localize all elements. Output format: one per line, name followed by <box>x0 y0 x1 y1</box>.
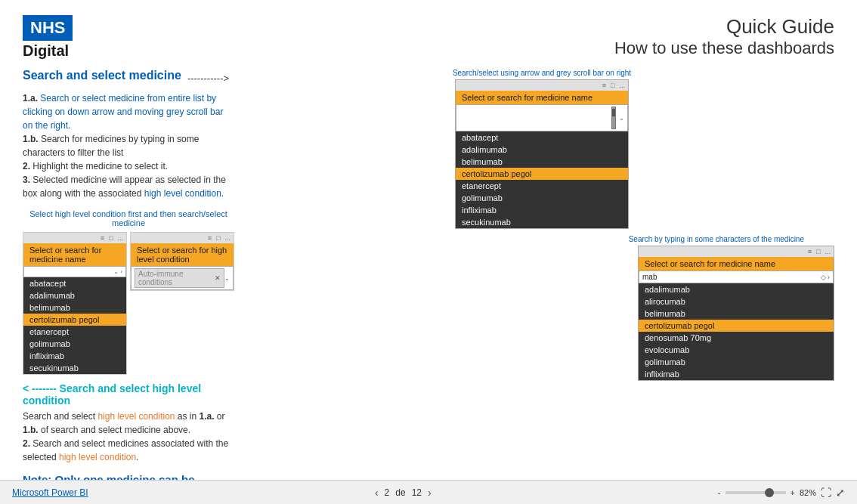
note-title: Note: Only one medicine can be selected … <box>23 473 234 480</box>
zoom-plus-button[interactable]: + <box>790 488 795 497</box>
list-item[interactable]: golimumab <box>639 356 834 368</box>
right-mock2-input[interactable]: mab ◇ › <box>639 271 834 283</box>
medicine-list-left: abatacept adalimumab belimumab certolizu… <box>23 277 126 374</box>
page-total: 12 <box>412 487 422 498</box>
nhs-logo: NHS Digital <box>23 15 73 60</box>
search-medicine-title: Search and select medicine <box>23 69 181 82</box>
right-mock2-title: Select or search for medicine name <box>639 257 834 271</box>
list-item[interactable]: belimumab <box>23 301 126 314</box>
right-mock1-list: abatacept adalimumab belimumab certolizu… <box>456 131 628 228</box>
list-item[interactable]: belimumab <box>639 308 834 320</box>
condition-section: < ------- Search and select high level c… <box>23 382 234 464</box>
powerbi-link[interactable]: Microsoft Power BI <box>12 487 88 498</box>
left-column: Search and select medicine -----------> … <box>23 69 234 465</box>
list-item-selected[interactable]: certolizumab pegol <box>639 320 834 332</box>
list-item[interactable]: secukinumab <box>456 216 628 228</box>
zoom-bar: - + 82% ⛶ ⤢ <box>718 487 845 499</box>
quick-guide-title: Quick Guide How to use these dashboards <box>614 15 834 58</box>
mock-input-1[interactable]: ⌄ › <box>23 266 126 277</box>
list-item[interactable]: etanercept <box>23 326 126 338</box>
list-item[interactable]: secukinumab <box>23 362 126 374</box>
list-item[interactable]: belimumab <box>456 156 628 168</box>
prev-page-button[interactable]: ‹ <box>375 487 379 499</box>
title-line1: Quick Guide <box>614 15 834 39</box>
mock-title-2: Select or search for high level conditio… <box>131 243 234 266</box>
search-input-value: mab <box>642 273 657 281</box>
medicine-dropdown-mock[interactable]: ≡□... Select or search for medicine name… <box>23 232 127 375</box>
status-bar: Microsoft Power BI ‹ 2 de 12 › - + 82% ⛶… <box>0 480 857 504</box>
mock-topbar: ≡□... <box>23 233 126 243</box>
clear-icon[interactable]: ◇ › <box>821 274 831 281</box>
page-header: NHS Digital Quick Guide How to use these… <box>23 15 834 60</box>
page-current: 2 <box>385 487 390 498</box>
list-item[interactable]: adalimumab <box>639 283 834 295</box>
mock-topbar-2: ≡□... <box>131 233 234 243</box>
mock-topbar-r2: ≡□... <box>639 246 834 257</box>
condition-dropdown-mock[interactable]: ≡□... Select or search for high level co… <box>130 232 234 375</box>
mock-topbar-r1: ≡□... <box>456 80 628 91</box>
zoom-slider[interactable] <box>726 491 786 494</box>
search-annotation: Search by typing in some characters of t… <box>249 235 804 243</box>
right-mock2-list: adalimumab alirocumab belimumab certoliz… <box>639 283 834 380</box>
list-item[interactable]: evolocumab <box>639 344 834 356</box>
fullscreen-icon[interactable]: ⛶ <box>821 487 831 499</box>
page-separator: de <box>395 487 405 498</box>
next-page-button[interactable]: › <box>428 487 432 499</box>
subtitle-condition-first: Select high level condition first and th… <box>23 209 234 227</box>
list-item[interactable]: infliximab <box>639 368 834 380</box>
mock-input-2[interactable]: Auto-immune conditions ✕ ⌄ <box>131 266 234 290</box>
left-mock-ui: ≡□... Select or search for medicine name… <box>23 232 234 375</box>
list-item-selected[interactable]: certolizumab pegol <box>456 168 628 180</box>
condition-instructions: Search and select high level condition a… <box>23 410 234 464</box>
mock-title-1: Select or search for medicine name <box>23 243 126 266</box>
right-mock1-title: Select or search for medicine name <box>456 91 628 104</box>
condition-tag[interactable]: Auto-immune conditions ✕ <box>135 268 224 288</box>
right-mock-1: ≡□... Select or search for medicine name… <box>455 79 629 229</box>
pagination: ‹ 2 de 12 › <box>375 487 432 499</box>
list-item[interactable]: adalimumab <box>23 289 126 301</box>
digital-label: Digital <box>23 42 73 60</box>
right-column: Search/select using arrow and grey scrol… <box>249 69 834 465</box>
section-arrow: -----------> <box>187 73 229 84</box>
list-item[interactable]: denosumab 70mg <box>639 332 834 344</box>
right-mock-2: ≡□... Select or search for medicine name… <box>638 246 834 381</box>
nhs-badge: NHS <box>23 15 73 41</box>
list-item[interactable]: alirocumab <box>639 295 834 308</box>
list-item[interactable]: abatacept <box>23 277 126 289</box>
condition-section-title: < ------- Search and select high level c… <box>23 382 234 407</box>
list-item[interactable]: abatacept <box>456 131 628 144</box>
zoom-slider-thumb[interactable] <box>765 488 774 497</box>
right-mock1-input[interactable]: ⌄ <box>456 104 628 131</box>
list-item[interactable]: etanercept <box>456 180 628 192</box>
zoom-value: 82% <box>800 488 816 497</box>
list-item[interactable]: infliximab <box>456 204 628 216</box>
list-item[interactable]: infliximab <box>23 350 126 362</box>
tag-remove-icon[interactable]: ✕ <box>215 274 221 282</box>
list-item[interactable]: adalimumab <box>456 144 628 156</box>
instructions-block: 1.a. Search or select medicine from enti… <box>23 91 234 200</box>
list-item[interactable]: golimumab <box>23 338 126 350</box>
list-item[interactable]: golimumab <box>456 192 628 204</box>
external-link-icon[interactable]: ⤢ <box>836 487 845 499</box>
note-section: Note: Only one medicine can be selected … <box>23 473 234 480</box>
list-item-selected[interactable]: certolizumab pegol <box>23 314 126 326</box>
top-annotation: Search/select using arrow and grey scrol… <box>249 69 834 77</box>
title-line2: How to use these dashboards <box>614 39 834 58</box>
zoom-minus-button[interactable]: - <box>718 488 721 497</box>
illustrations-wrapper: ≡□... Select or search for medicine name… <box>249 79 834 321</box>
